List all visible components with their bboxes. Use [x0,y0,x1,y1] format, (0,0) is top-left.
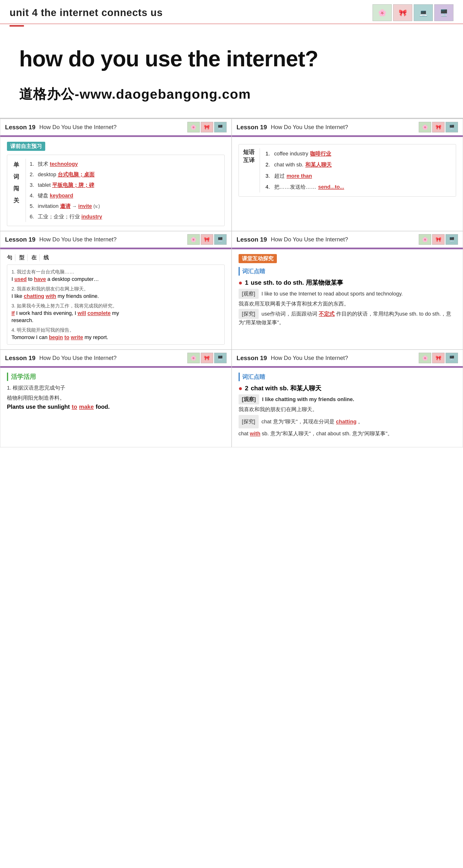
card2-header: Lesson 19 How Do You Use the Internet? 🌸… [232,119,463,136]
vocab-label-2: 词 [11,171,23,183]
vocab-num-2: 2. [30,169,36,180]
card1-title: How Do You Use the Internet? [39,124,117,130]
card5-img3: 🖥️ [214,353,227,363]
card1-img1: 🌸 [187,122,200,132]
vocab-row-6: 6. 工业；企业；行业 industry [30,211,220,222]
sentence-box: 1. 我过去有一台台式电脑…… I used to have a desktop… [7,265,225,345]
phrase-text-4: 把……发送给…… [274,182,316,192]
card5-lesson: Lesson 19 [5,354,35,362]
invest-red-1: 不定式 [319,311,334,317]
vocab-num-3: 3. [30,180,36,190]
card6-header-left: Lesson 19 How Do You Use the Internet? [237,354,348,362]
sent-cn-4: 4. 明天我能开始写我的报告。 [11,327,220,333]
sent-en-3b: research. [11,317,220,323]
vocab-ans-5b: invite [78,201,92,211]
card4-body: 课堂互动探究 词汇点睛 ● 1 use sth. to do sth. 用某物做… [232,249,463,335]
activity-instruction: 1. 根据汉语意思完成句子 [7,384,225,392]
card1-header: Lesson 19 How Do You Use the Internet? 🌸… [0,119,231,136]
card1-body: 课前自主预习 单 词 闯 关 1. 技术 technology [0,137,231,231]
card-sentences: Lesson 19 How Do You Use the Internet? 🌸… [0,231,232,350]
tag-line: 线 [41,254,52,261]
header-images: 🌸 🎀 💻 🖥️ [372,4,454,21]
card1-img3: 🖥️ [214,122,227,132]
card3-imgs: 🌸 🎀 🖥️ [187,234,227,245]
vocab-cn-4: 键盘 [38,190,48,201]
invest-text-1a: use作动词，后面跟动词 [262,311,317,317]
invest-text-2a: chat 意为"聊天"，其现在分词是 [262,418,334,425]
card4-title: How Do You Use the Internet? [271,236,348,243]
vocab-ans-3: 平板电脑；牌；碑 [52,180,94,190]
card2-imgs: 🌸 🎀 🖥️ [419,122,458,132]
card4-vocab-tag: 词汇点睛 [238,267,456,276]
activity-en-1: Plants use the sunlight to make food. [7,403,225,410]
phrase-label-1: 短语 [243,148,257,156]
act-ans-make: make [79,403,94,410]
vocab-num-4: 4. [30,190,36,201]
card4-imgs: 🌸 🎀 🖥️ [419,234,458,245]
obs-block-1: [观察] [238,289,259,299]
sent-ans-begin: begin [49,334,63,341]
point1-invest: [探究] use作动词，后面跟动词 不定式 作目的的状语，常用结构为use st… [238,309,456,326]
phrase-text-3: 超过 [274,170,285,182]
point1-text: use sth. to do sth. 用某物做某事 [251,278,343,287]
phrase-row-4: 4. 把……发送给…… send...to... [266,182,452,192]
explore2-point2: ● 2 chat with sb. 和某人聊天 [观察] I like chat… [238,384,456,439]
card4-img3: 🖥️ [445,234,458,245]
phrase-table: 短语 互译 1. coffee industry 咖啡行业 2. chat wi… [243,148,452,192]
card3-header-left: Lesson 19 How Do You Use the Internet? [5,236,117,243]
header-img-4: 🖥️ [434,4,454,21]
phrase-items: 1. coffee industry 咖啡行业 2. chat with sb.… [266,148,452,192]
card3-lesson: Lesson 19 [5,236,35,243]
card1-section-tag: 课前自主预习 [7,142,45,151]
phrase-label-2: 互译 [243,156,257,164]
point2-bullet: ● [238,384,243,392]
main-question: how do you use the internet? [19,47,444,71]
vocab-ans-1: technology [50,159,78,169]
vocab-label-1: 单 [11,159,23,171]
sent-ans-to2: to [64,334,69,341]
vocab-row-3: 3. tablet 平板电脑；牌；碑 [30,180,220,190]
phrase-num-2: 2. [266,159,272,170]
header-img-2: 🎀 [393,4,412,21]
card4-header: Lesson 19 How Do You Use the Internet? 🌸… [232,231,463,248]
phrase-num-4: 4. [266,182,272,192]
sent-ans-have: have [34,276,46,282]
vocab-table: 单 词 闯 关 1. 技术 technology 2. deskt [11,159,220,222]
card4-header-left: Lesson 19 How Do You Use the Internet? [237,236,348,243]
card6-vocab-tag: 词汇点睛 [238,373,456,381]
main-subtitle: 道格办公-www.daogebangong.com [19,85,444,103]
point2-text: chat with sb. 和某人聊天 [251,384,321,393]
sent-cn-1: 1. 我过去有一台台式电脑…… [11,269,220,275]
vocab-label-4: 关 [11,194,23,207]
sent-ans-will: will [77,310,86,316]
point1-bullet: ● [238,279,243,287]
card6-header: Lesson 19 How Do You Use the Internet? 🌸… [232,350,463,367]
header-img-3: 💻 [414,4,433,21]
card6-img3: 🖥️ [445,353,458,363]
sent-ans-used: used [14,276,27,282]
vocab-ans-6: industry [81,211,102,222]
card6-imgs: 🌸 🎀 🖥️ [419,353,458,363]
card2-header-left: Lesson 19 How Do You Use the Internet? [237,124,348,131]
sent-cn-3: 3. 如果我今天晚上努力工作，我将完成我的研究。 [11,303,220,309]
card2-img2: 🎀 [432,122,444,132]
phrase-num-3: 3. [266,170,272,182]
card5-title: How Do You Use the Internet? [39,354,117,361]
point2-cn: 我喜欢和我的朋友们在网上聊天。 [238,406,456,413]
phrase-ans-4: send...to... [318,182,344,192]
card3-tags: 句 型 在 线 [7,254,225,261]
card-phrases: Lesson 19 How Do You Use the Internet? 🌸… [232,119,463,231]
card5-header: Lesson 19 How Do You Use the Internet? 🌸… [0,350,231,367]
header-img-1: 🌸 [372,4,392,21]
phrase-num-1: 1. [266,148,272,159]
vocab-label-col: 单 词 闯 关 [11,159,26,222]
card2-body: 短语 互译 1. coffee industry 咖啡行业 2. chat wi… [232,137,463,202]
point1-title: ● 1 use sth. to do sth. 用某物做某事 [238,278,456,287]
activity-cn-1: 植物利用阳光制造养料。 [7,394,225,402]
vocab-cn-1: 技术 [38,159,48,169]
card-explore1: Lesson 19 How Do You Use the Internet? 🌸… [232,231,463,350]
card2-img1: 🌸 [419,122,431,132]
vocab-note-5: (v.) [93,202,100,211]
sent-word-iwork: I work hard this evening, I [16,310,76,316]
card6-body: 词汇点睛 ● 2 chat with sb. 和某人聊天 [观察] I like… [232,368,463,447]
